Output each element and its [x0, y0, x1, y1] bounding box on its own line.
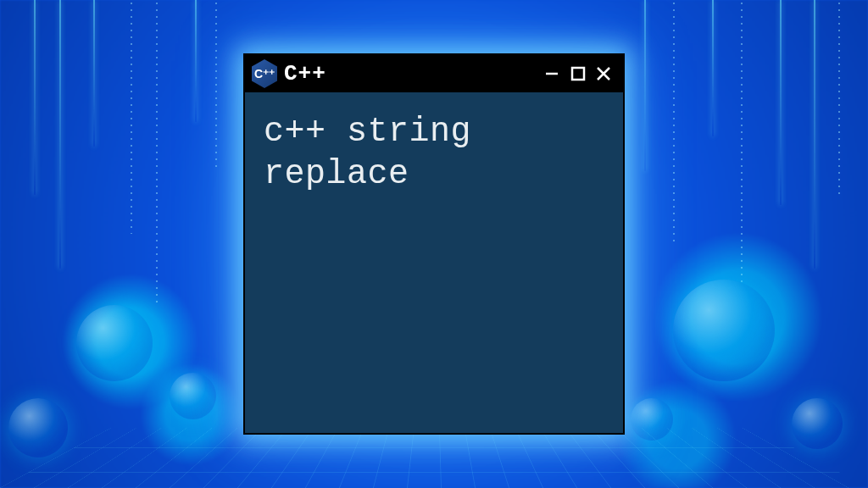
cpp-logo-icon: C⁺⁺: [252, 59, 277, 88]
terminal-window: C⁺⁺ C++ c++ string replace: [243, 53, 625, 435]
titlebar[interactable]: C⁺⁺ C++: [245, 55, 623, 92]
svg-rect-1: [572, 68, 584, 80]
window-controls: [542, 63, 615, 85]
maximize-button[interactable]: [567, 63, 589, 85]
content-text: c++ string replace: [264, 111, 604, 196]
close-button[interactable]: [593, 63, 615, 85]
window-title: C++: [284, 61, 326, 86]
minimize-button[interactable]: [542, 63, 564, 85]
window-body: c++ string replace: [245, 92, 623, 433]
